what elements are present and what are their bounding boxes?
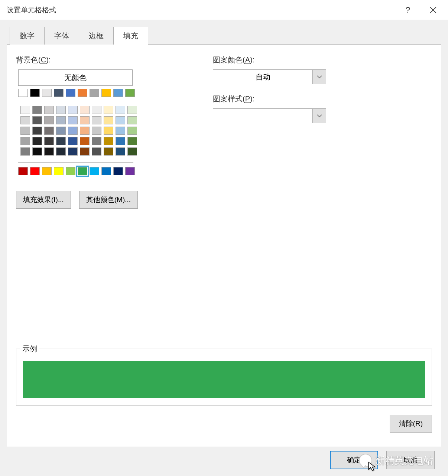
tab-number[interactable]: 数字: [10, 27, 45, 45]
help-button[interactable]: ?: [400, 2, 416, 18]
color-swatch[interactable]: [127, 127, 137, 135]
color-swatch[interactable]: [80, 106, 90, 114]
color-swatch[interactable]: [44, 116, 54, 124]
color-swatch[interactable]: [30, 89, 40, 97]
color-swatch[interactable]: [18, 89, 28, 97]
bg-color-label: 背景色(C):: [16, 55, 172, 65]
color-swatch[interactable]: [18, 167, 28, 175]
pattern-color-combo[interactable]: 自动: [213, 69, 326, 84]
color-swatch[interactable]: [92, 106, 101, 114]
color-swatch[interactable]: [113, 89, 123, 97]
pattern-color-value: 自动: [213, 70, 312, 84]
tab-fill[interactable]: 填充: [113, 27, 148, 45]
color-swatch[interactable]: [44, 106, 54, 114]
color-swatch[interactable]: [80, 116, 90, 124]
color-swatch[interactable]: [104, 106, 113, 114]
color-swatch[interactable]: [101, 89, 111, 97]
cancel-button[interactable]: 取消: [386, 451, 435, 469]
color-swatch[interactable]: [80, 137, 90, 145]
color-swatch[interactable]: [127, 116, 137, 124]
color-swatch[interactable]: [44, 147, 54, 156]
color-swatch[interactable]: [68, 137, 78, 145]
color-swatch[interactable]: [44, 137, 54, 145]
color-swatch[interactable]: [68, 106, 78, 114]
standard-color-row: [18, 167, 172, 175]
color-swatch[interactable]: [125, 89, 135, 97]
theme-swatch-row: [20, 137, 172, 145]
color-swatch[interactable]: [127, 137, 137, 145]
color-swatch[interactable]: [68, 127, 78, 135]
close-button[interactable]: [425, 2, 441, 18]
color-swatch[interactable]: [32, 106, 42, 114]
color-swatch[interactable]: [92, 127, 101, 135]
color-swatch[interactable]: [42, 167, 52, 175]
clear-button[interactable]: 清除(R): [390, 415, 432, 433]
color-swatch[interactable]: [32, 137, 42, 145]
color-swatch[interactable]: [127, 147, 137, 156]
color-swatch[interactable]: [104, 137, 113, 145]
no-color-button[interactable]: 无颜色: [18, 69, 133, 86]
color-swatch[interactable]: [113, 167, 123, 175]
tab-border[interactable]: 边框: [79, 27, 114, 45]
color-swatch[interactable]: [101, 167, 111, 175]
color-swatch[interactable]: [20, 116, 30, 124]
fill-effects-button[interactable]: 填充效果(I)...: [16, 191, 71, 209]
color-swatch[interactable]: [20, 137, 30, 145]
color-swatch[interactable]: [104, 147, 113, 156]
tab-panel-fill: 背景色(C): 无颜色 填充效果(I)... 其他颜色(M)...: [7, 44, 441, 447]
color-swatch[interactable]: [30, 167, 40, 175]
pattern-color-section: 图案颜色(A): 自动: [213, 55, 335, 84]
color-swatch[interactable]: [32, 116, 42, 124]
divider: [18, 162, 133, 163]
color-swatch[interactable]: [116, 147, 125, 156]
color-swatch[interactable]: [56, 106, 66, 114]
color-swatch[interactable]: [127, 106, 137, 114]
more-colors-button[interactable]: 其他颜色(M)...: [79, 191, 138, 209]
dialog-body: 数字 字体 边框 填充 背景色(C): 无颜色 填充效果(I)...: [0, 20, 448, 476]
color-swatch[interactable]: [66, 167, 75, 175]
pattern-style-dropdown-arrow[interactable]: [312, 109, 326, 123]
color-swatch[interactable]: [42, 89, 52, 97]
color-swatch[interactable]: [80, 127, 90, 135]
color-swatch[interactable]: [78, 167, 87, 175]
pattern-color-dropdown-arrow[interactable]: [312, 70, 326, 84]
color-swatch[interactable]: [44, 127, 54, 135]
color-swatch[interactable]: [104, 116, 113, 124]
color-swatch[interactable]: [104, 127, 113, 135]
color-swatch[interactable]: [116, 106, 125, 114]
color-swatch[interactable]: [90, 167, 99, 175]
sample-color-swatch: [23, 361, 425, 398]
color-swatch[interactable]: [54, 89, 64, 97]
titlebar: 设置单元格格式 ?: [0, 0, 448, 20]
color-swatch[interactable]: [20, 106, 30, 114]
color-swatch[interactable]: [78, 89, 87, 97]
color-swatch[interactable]: [56, 137, 66, 145]
color-swatch[interactable]: [32, 127, 42, 135]
color-swatch[interactable]: [116, 127, 125, 135]
color-swatch[interactable]: [56, 116, 66, 124]
theme-swatch-row: [20, 106, 172, 114]
color-swatch[interactable]: [20, 147, 30, 156]
color-swatch[interactable]: [90, 89, 99, 97]
ok-button[interactable]: 确定: [330, 451, 378, 469]
color-swatch[interactable]: [54, 167, 64, 175]
pattern-style-label: 图案样式(P):: [213, 94, 335, 104]
color-swatch[interactable]: [68, 147, 78, 156]
theme-swatch-row: [20, 147, 172, 156]
color-swatch[interactable]: [125, 167, 135, 175]
pattern-style-value: [213, 109, 312, 123]
color-swatch[interactable]: [32, 147, 42, 156]
pattern-style-combo[interactable]: [213, 108, 326, 123]
color-swatch[interactable]: [116, 137, 125, 145]
color-swatch[interactable]: [80, 147, 90, 156]
color-swatch[interactable]: [56, 127, 66, 135]
tab-font[interactable]: 字体: [44, 27, 79, 45]
color-swatch[interactable]: [92, 147, 101, 156]
color-swatch[interactable]: [66, 89, 75, 97]
color-swatch[interactable]: [20, 127, 30, 135]
color-swatch[interactable]: [92, 137, 101, 145]
color-swatch[interactable]: [92, 116, 101, 124]
color-swatch[interactable]: [56, 147, 66, 156]
color-swatch[interactable]: [116, 116, 125, 124]
color-swatch[interactable]: [68, 116, 78, 124]
